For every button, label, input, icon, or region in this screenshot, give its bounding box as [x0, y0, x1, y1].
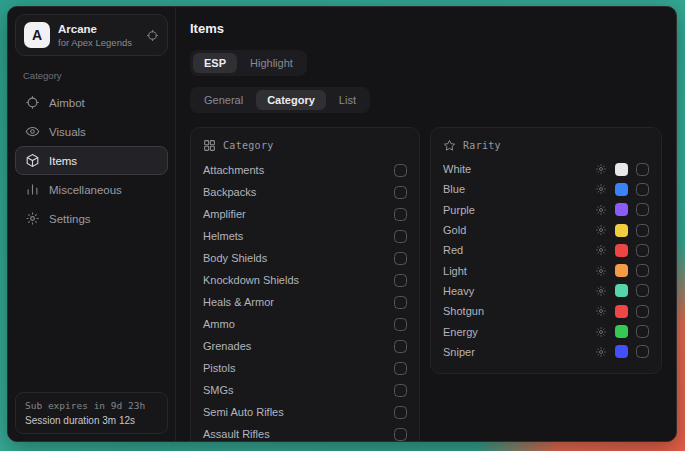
category-label: Attachments	[203, 164, 264, 176]
category-checkbox[interactable]	[394, 318, 407, 331]
category-label: Knockdown Shields	[203, 274, 299, 286]
color-swatch[interactable]	[615, 224, 628, 237]
sidebar-item-label: Miscellaneous	[49, 184, 122, 196]
rarity-controls	[595, 224, 649, 237]
category-checkbox[interactable]	[394, 208, 407, 221]
crosshair-target-icon[interactable]	[146, 29, 159, 42]
category-row: Body Shields	[203, 247, 407, 269]
rarity-checkbox[interactable]	[636, 163, 649, 176]
gear-icon[interactable]	[595, 285, 607, 297]
tab-general[interactable]: General	[193, 90, 254, 110]
category-checkbox[interactable]	[394, 274, 407, 287]
sub-expiry-text: Sub expires in 9d 23h	[25, 400, 158, 411]
rarity-checkbox[interactable]	[636, 284, 649, 297]
rarity-checkbox[interactable]	[636, 224, 649, 237]
color-swatch[interactable]	[615, 284, 628, 297]
rarity-controls	[595, 163, 649, 176]
gear-icon[interactable]	[595, 163, 607, 175]
tab-list[interactable]: List	[328, 90, 367, 110]
gear-icon[interactable]	[595, 244, 607, 256]
category-row: Knockdown Shields	[203, 269, 407, 291]
crosshair-icon	[25, 95, 40, 110]
category-checkbox[interactable]	[394, 406, 407, 419]
category-label: SMGs	[203, 384, 234, 396]
gear-icon[interactable]	[595, 224, 607, 236]
rarity-row: Energy	[443, 321, 649, 341]
sidebar-item-miscellaneous[interactable]: Miscellaneous	[15, 175, 168, 204]
tab-category[interactable]: Category	[256, 90, 326, 110]
sidebar-item-visuals[interactable]: Visuals	[15, 117, 168, 146]
color-swatch[interactable]	[615, 264, 628, 277]
rarity-label: Purple	[443, 204, 475, 216]
rarity-controls	[595, 284, 649, 297]
gear-icon[interactable]	[595, 183, 607, 195]
rarity-row: Heavy	[443, 281, 649, 301]
eye-icon	[25, 124, 40, 139]
category-checkbox[interactable]	[394, 362, 407, 375]
gear-icon[interactable]	[595, 265, 607, 277]
sidebar-item-aimbot[interactable]: Aimbot	[15, 88, 168, 117]
sidebar-item-label: Settings	[49, 213, 91, 225]
category-list: Attachments Backpacks Amplifier Helmets …	[203, 159, 407, 441]
color-swatch[interactable]	[615, 305, 628, 318]
rarity-checkbox[interactable]	[636, 264, 649, 277]
color-swatch[interactable]	[615, 183, 628, 196]
package-icon	[25, 153, 40, 168]
rarity-label: Light	[443, 265, 467, 277]
rarity-checkbox[interactable]	[636, 325, 649, 338]
gear-icon[interactable]	[595, 305, 607, 317]
rarity-row: Red	[443, 240, 649, 260]
rarity-checkbox[interactable]	[636, 203, 649, 216]
rarity-list: White Blue Purple Gold	[443, 159, 649, 362]
rarity-label: Sniper	[443, 346, 475, 358]
category-label: Body Shields	[203, 252, 267, 264]
sidebar: A Arcane for Apex Legends Category Aimbo…	[8, 7, 176, 441]
category-row: Assault Rifles	[203, 423, 407, 441]
color-swatch[interactable]	[615, 345, 628, 358]
category-label: Assault Rifles	[203, 428, 270, 440]
sidebar-item-items[interactable]: Items	[15, 146, 168, 175]
gear-icon[interactable]	[595, 326, 607, 338]
color-swatch[interactable]	[615, 244, 628, 257]
category-label: Amplifier	[203, 208, 246, 220]
rarity-checkbox[interactable]	[636, 305, 649, 318]
gear-icon[interactable]	[595, 346, 607, 358]
bar-chart-icon	[25, 182, 40, 197]
category-checkbox[interactable]	[394, 428, 407, 441]
rarity-row: Shotgun	[443, 301, 649, 321]
rarity-controls	[595, 305, 649, 318]
color-swatch[interactable]	[615, 203, 628, 216]
category-checkbox[interactable]	[394, 252, 407, 265]
category-row: Amplifier	[203, 203, 407, 225]
subscription-info: Sub expires in 9d 23h Session duration 3…	[15, 392, 168, 434]
rarity-controls	[595, 345, 649, 358]
category-label: Heals & Armor	[203, 296, 274, 308]
category-checkbox[interactable]	[394, 164, 407, 177]
category-checkbox[interactable]	[394, 384, 407, 397]
sidebar-item-settings[interactable]: Settings	[15, 204, 168, 233]
star-icon	[443, 139, 456, 152]
sidebar-item-label: Items	[49, 155, 77, 167]
category-checkbox[interactable]	[394, 186, 407, 199]
gear-icon[interactable]	[595, 204, 607, 216]
session-duration-text: Session duration 3m 12s	[25, 415, 158, 426]
category-checkbox[interactable]	[394, 296, 407, 309]
rarity-controls	[595, 244, 649, 257]
app-logo: A	[24, 22, 50, 48]
color-swatch[interactable]	[615, 325, 628, 338]
tab-highlight[interactable]: Highlight	[239, 53, 304, 73]
category-checkbox[interactable]	[394, 340, 407, 353]
rarity-checkbox[interactable]	[636, 244, 649, 257]
rarity-checkbox[interactable]	[636, 183, 649, 196]
category-row: Semi Auto Rifles	[203, 401, 407, 423]
grid-icon	[203, 139, 216, 152]
tab-esp[interactable]: ESP	[193, 53, 237, 73]
category-label: Backpacks	[203, 186, 256, 198]
rarity-label: Red	[443, 244, 463, 256]
category-row: Pistols	[203, 357, 407, 379]
sidebar-item-label: Visuals	[49, 126, 86, 138]
rarity-controls	[595, 183, 649, 196]
category-checkbox[interactable]	[394, 230, 407, 243]
rarity-checkbox[interactable]	[636, 345, 649, 358]
color-swatch[interactable]	[615, 163, 628, 176]
